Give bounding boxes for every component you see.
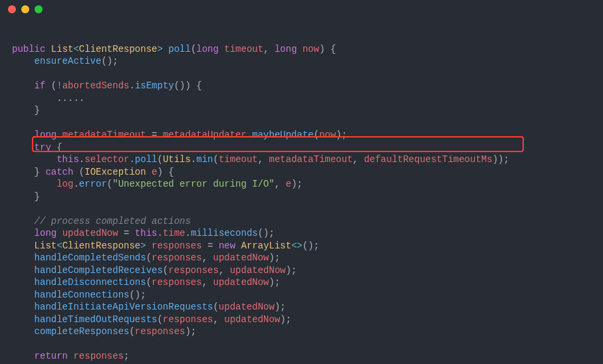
fn-milliseconds: milliseconds (191, 228, 258, 238)
op-lt: < (57, 240, 62, 251)
pn: ); (280, 314, 291, 325)
var-updatednow: updatedNow (62, 228, 118, 238)
type-list: List (51, 44, 74, 54)
fn-handlecompletedreceives: handleCompletedReceives (35, 265, 163, 276)
type-ioexception: IOException (84, 167, 146, 177)
brace: } (12, 105, 40, 116)
pn: , (219, 265, 230, 276)
indent (12, 302, 35, 312)
kw-long: long (35, 130, 57, 140)
var-log: log (57, 179, 73, 189)
pn: . (129, 80, 134, 91)
pn: ) (157, 167, 162, 177)
indent (12, 179, 57, 189)
pn: ) (319, 44, 324, 54)
zoom-icon[interactable] (35, 5, 43, 13)
pn: { (51, 142, 62, 153)
sp (146, 167, 152, 177)
fn-handlecompletedsends: handleCompletedSends (35, 252, 146, 263)
indent (12, 314, 35, 325)
pn: ( (163, 265, 168, 276)
var-updatednow: updatedNow (213, 277, 269, 288)
pn: , (263, 44, 269, 54)
var-responses: responses (152, 252, 202, 263)
var-time: time (163, 228, 185, 238)
kw-return: return (35, 351, 68, 361)
indent (12, 167, 35, 177)
kw-public: public (12, 44, 45, 54)
kw-long: long (196, 44, 219, 54)
brace: } (12, 191, 40, 202)
fn-handleconnections: handleConnections (35, 290, 130, 300)
op-eq: = (118, 228, 135, 238)
var-updatednow: updatedNow (230, 265, 286, 276)
indent (12, 351, 35, 361)
close-icon[interactable] (8, 5, 16, 13)
pn: ( (314, 130, 319, 140)
sp (235, 240, 241, 251)
fn-min: min (196, 154, 213, 165)
fn-error: error (79, 179, 107, 189)
var-metadatatimeout: metadataTimeout (62, 130, 146, 140)
pn: ); (269, 252, 281, 263)
pn: , (258, 154, 269, 165)
kw-long: long (275, 44, 297, 54)
pn: , (213, 314, 224, 325)
var-now: now (319, 130, 336, 140)
pn: ; (124, 351, 129, 361)
indent (12, 290, 35, 300)
var-defaultrequesttimeoutms: defaultRequestTimeoutMs (364, 154, 492, 165)
var-responses: responses (152, 240, 202, 251)
fn-ensureactive: ensureActive (35, 56, 102, 66)
op-gt: > (140, 240, 146, 251)
fn-isempty: isEmpty (135, 80, 174, 91)
pn: ( (129, 326, 134, 337)
pn: ( (157, 154, 162, 165)
comment: // process completed actions (35, 216, 191, 227)
var-updatednow: updatedNow (219, 302, 275, 312)
indent (12, 252, 35, 263)
var-responses: responses (135, 326, 185, 337)
fn-completeresponses: completeResponses (35, 326, 130, 337)
kw-this: this (135, 228, 158, 238)
var-updatednow: updatedNow (213, 252, 269, 263)
op-not: ! (57, 80, 62, 91)
pn: ); (286, 265, 297, 276)
pn: , (202, 252, 213, 263)
pn: . (73, 179, 78, 189)
pn: ( (157, 314, 162, 325)
var-e: e (286, 179, 291, 189)
op-gt: > (157, 44, 162, 54)
pn: ); (185, 326, 196, 337)
pn: )); (493, 154, 509, 165)
pn: { (330, 44, 336, 54)
pn: ( (51, 80, 57, 91)
kw-long: long (35, 228, 57, 238)
var-updatednow: updatedNow (224, 314, 280, 325)
fn-handletimedoutrequests: handleTimedOutRequests (35, 314, 158, 325)
type-utils: Utils (163, 154, 191, 165)
type-arraylist: ArrayList (241, 240, 292, 251)
str-msg: "Unexpected error during I/O" (112, 179, 275, 189)
kw-new: new (219, 240, 235, 251)
pn: (); (302, 240, 319, 251)
pn: . (185, 228, 190, 238)
indent (12, 326, 35, 337)
pn: . (129, 154, 134, 165)
pn: . (157, 228, 162, 238)
minimize-icon[interactable] (21, 5, 29, 13)
type-clientresponse: ClientResponse (62, 240, 141, 251)
pn: ( (146, 252, 152, 263)
pn: (); (258, 228, 275, 238)
fn-poll: poll (168, 44, 191, 54)
fn-maybeupdate: maybeUpdate (252, 130, 313, 140)
var-responses: responses (163, 314, 213, 325)
fn-handleinitiateapiversionrequests: handleInitiateApiVersionRequests (35, 302, 213, 312)
indent (12, 216, 35, 227)
var-responses: responses (152, 277, 202, 288)
indent (12, 277, 35, 288)
indent (12, 265, 35, 276)
fn-handledisconnections: handleDisconnections (35, 277, 146, 288)
pn: ); (269, 277, 281, 288)
var-responses: responses (73, 351, 124, 361)
